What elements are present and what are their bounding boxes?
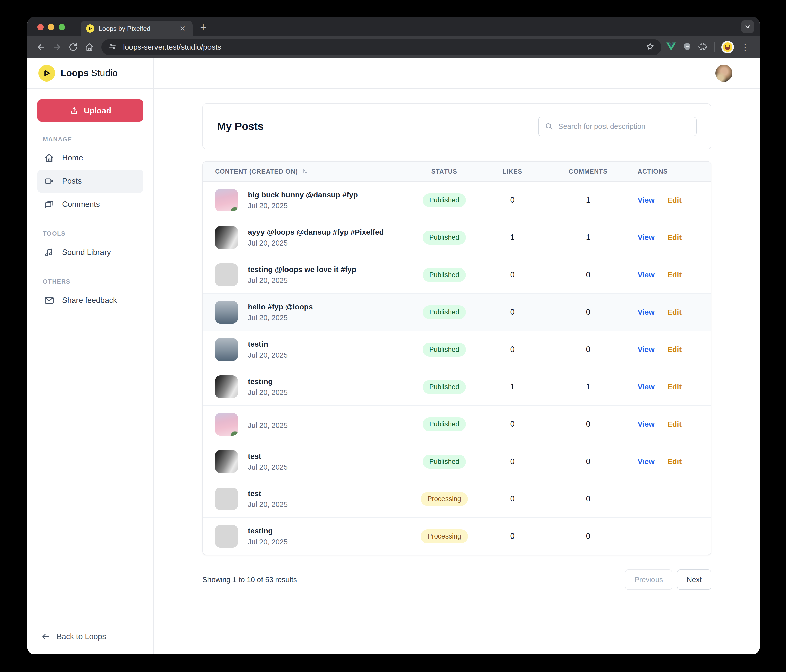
view-link[interactable]: View: [638, 457, 655, 466]
back-button[interactable]: [34, 40, 48, 54]
post-content-cell: test Jul 20, 2025: [203, 481, 419, 517]
table-row[interactable]: testing @loops we love it #fyp Jul 20, 2…: [203, 256, 711, 294]
post-content-cell: ayyy @loops @dansup #fyp #Pixelfed Jul 2…: [203, 220, 419, 255]
sidebar-item-home[interactable]: Home: [37, 146, 143, 170]
sidebar: LoopsStudio Upload MANAGE Home Posts: [27, 58, 154, 654]
brand-suffix: Studio: [91, 68, 118, 78]
actions-cell: ViewEdit: [621, 420, 711, 429]
status-cell: Published: [419, 231, 470, 245]
post-thumbnail[interactable]: [215, 264, 238, 286]
search-input[interactable]: [558, 122, 690, 131]
view-link[interactable]: View: [638, 420, 655, 429]
home-button[interactable]: [82, 40, 96, 54]
sidebar-item-sound-library[interactable]: Sound Library: [37, 241, 143, 264]
tab-close-icon[interactable]: ✕: [178, 24, 187, 34]
table-row[interactable]: testing Jul 20, 2025 Published 1 1 ViewE…: [203, 369, 711, 406]
back-to-loops-link[interactable]: Back to Loops: [37, 632, 143, 641]
post-title: test: [248, 452, 288, 460]
comments-count: 0: [555, 270, 621, 279]
table-row[interactable]: test Jul 20, 2025 Processing 0 0: [203, 480, 711, 518]
column-header-content[interactable]: Content (Created on): [203, 168, 419, 175]
post-content-cell: big buck bunny @dansup #fyp Jul 20, 2025: [203, 182, 419, 218]
table-row[interactable]: Jul 20, 2025 Published 0 0 ViewEdit: [203, 406, 711, 443]
view-link[interactable]: View: [638, 308, 655, 316]
post-thumbnail[interactable]: [215, 338, 238, 361]
table-row[interactable]: big buck bunny @dansup #fyp Jul 20, 2025…: [203, 182, 711, 219]
mail-icon: [44, 295, 55, 306]
edit-link[interactable]: Edit: [667, 457, 682, 466]
tab-search-button[interactable]: [741, 20, 754, 33]
view-link[interactable]: View: [638, 270, 655, 279]
table-row[interactable]: hello #fyp @loops Jul 20, 2025 Published…: [203, 294, 711, 331]
post-thumbnail[interactable]: [215, 226, 238, 249]
edit-link[interactable]: Edit: [667, 270, 682, 279]
status-cell: Published: [419, 193, 470, 207]
sidebar-item-share-feedback[interactable]: Share feedback: [37, 289, 143, 312]
likes-count: 0: [470, 196, 555, 205]
home-icon: [44, 153, 55, 163]
post-thumbnail[interactable]: [215, 525, 238, 548]
bookmark-star-icon[interactable]: [646, 42, 655, 52]
table-row[interactable]: test Jul 20, 2025 Published 0 0 ViewEdit: [203, 443, 711, 480]
vue-devtools-icon[interactable]: [667, 42, 676, 52]
new-tab-button[interactable]: +: [200, 19, 206, 33]
post-title: test: [248, 489, 288, 498]
zoom-window-button[interactable]: [58, 24, 65, 30]
actions-cell: ViewEdit: [621, 383, 711, 391]
comments-count: 0: [555, 420, 621, 429]
user-avatar[interactable]: [715, 64, 733, 82]
post-text: test Jul 20, 2025: [248, 452, 288, 471]
sidebar-item-posts[interactable]: Posts: [37, 170, 143, 193]
results-summary: Showing 1 to 10 of 53 results: [203, 576, 297, 584]
sidebar-brand[interactable]: LoopsStudio: [27, 58, 154, 89]
music-note-icon: [44, 247, 55, 257]
sort-icon[interactable]: [301, 168, 308, 175]
main-header: [154, 58, 760, 89]
browser-menu-icon[interactable]: ⋮: [740, 42, 750, 52]
view-link[interactable]: View: [638, 345, 655, 354]
sidebar-item-comments[interactable]: Comments: [37, 193, 143, 216]
post-date: Jul 20, 2025: [248, 276, 356, 285]
search-box[interactable]: [538, 116, 696, 136]
status-badge: Published: [423, 418, 466, 431]
edit-link[interactable]: Edit: [667, 420, 682, 429]
table-row[interactable]: testing Jul 20, 2025 Processing 0 0: [203, 518, 711, 555]
actions-cell: ViewEdit: [621, 196, 711, 204]
forward-button[interactable]: [50, 40, 64, 54]
post-thumbnail[interactable]: [215, 413, 238, 436]
post-thumbnail[interactable]: [215, 189, 238, 212]
shield-extension-icon[interactable]: [682, 42, 692, 52]
edit-link[interactable]: Edit: [667, 196, 682, 204]
profile-avatar[interactable]: [722, 41, 734, 53]
likes-count: 0: [470, 457, 555, 466]
post-content-cell: test Jul 20, 2025: [203, 444, 419, 479]
post-thumbnail[interactable]: [215, 488, 238, 510]
edit-link[interactable]: Edit: [667, 345, 682, 354]
table-row[interactable]: ayyy @loops @dansup #fyp #Pixelfed Jul 2…: [203, 219, 711, 256]
page-title: My Posts: [217, 120, 264, 132]
reload-button[interactable]: [66, 40, 80, 54]
extensions-puzzle-icon[interactable]: [698, 42, 708, 52]
edit-link[interactable]: Edit: [667, 233, 682, 242]
view-link[interactable]: View: [638, 196, 655, 204]
upload-button[interactable]: Upload: [37, 99, 143, 122]
edit-link[interactable]: Edit: [667, 383, 682, 391]
view-link[interactable]: View: [638, 383, 655, 391]
post-date: Jul 20, 2025: [248, 463, 288, 471]
minimize-window-button[interactable]: [48, 24, 54, 30]
close-window-button[interactable]: [37, 24, 44, 30]
back-link-label: Back to Loops: [57, 632, 106, 641]
site-info-icon[interactable]: [108, 42, 116, 52]
post-thumbnail[interactable]: [215, 450, 238, 473]
url-text[interactable]: loops-server.test/studio/posts: [123, 43, 646, 52]
next-page-button[interactable]: Next: [677, 569, 711, 590]
address-bar[interactable]: loops-server.test/studio/posts: [101, 39, 661, 55]
table-row[interactable]: testin Jul 20, 2025 Published 0 0 ViewEd…: [203, 331, 711, 369]
browser-tab[interactable]: Loops by Pixelfed ✕: [80, 21, 193, 36]
view-link[interactable]: View: [638, 233, 655, 242]
post-thumbnail[interactable]: [215, 301, 238, 323]
previous-page-button[interactable]: Previous: [625, 569, 673, 590]
post-text: testing Jul 20, 2025: [248, 527, 288, 546]
post-thumbnail[interactable]: [215, 375, 238, 398]
edit-link[interactable]: Edit: [667, 308, 682, 316]
